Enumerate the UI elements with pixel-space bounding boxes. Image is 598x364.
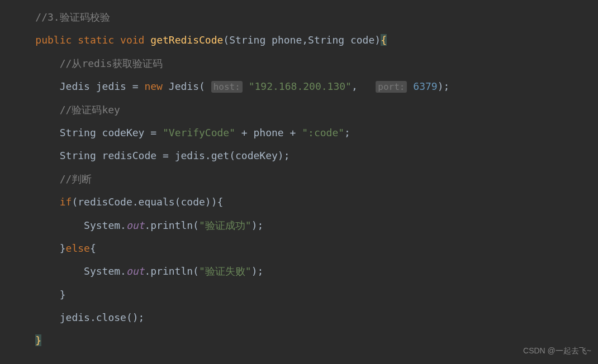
code-line: System.out.println("验证成功"); bbox=[0, 214, 598, 237]
sys: System. bbox=[84, 219, 126, 231]
code-line: String redisCode = jedis.get(codeKey); bbox=[0, 144, 598, 167]
string: "验证成功" bbox=[199, 219, 251, 231]
param-hint: port: bbox=[376, 81, 407, 93]
keyword: new bbox=[144, 80, 163, 92]
type: String bbox=[60, 127, 96, 138]
keyword: if bbox=[60, 196, 72, 208]
comment: //3.验证码校验 bbox=[35, 11, 110, 23]
code-line: } bbox=[0, 329, 598, 352]
ctor: Jedis bbox=[169, 80, 199, 92]
var: jedis bbox=[96, 80, 126, 92]
param-hint: host: bbox=[211, 81, 243, 93]
code-line: jedis.close(); bbox=[0, 306, 598, 329]
code-editor[interactable]: //3.验证码校验 public static void getRedisCod… bbox=[0, 6, 598, 352]
var: phone bbox=[254, 127, 284, 138]
string: ":code" bbox=[302, 127, 344, 138]
code-line: String codeKey = "VerifyCode" + phone + … bbox=[0, 121, 598, 144]
method-name: getRedisCode bbox=[150, 34, 223, 46]
code-line: System.out.println("验证失败"); bbox=[0, 260, 598, 282]
string: "192.168.200.130" bbox=[249, 80, 352, 92]
comment: //验证码key bbox=[60, 104, 120, 116]
stmt: jedis.close(); bbox=[60, 312, 145, 323]
var: redisCode bbox=[102, 150, 157, 161]
code-line: //从redis获取验证码 bbox=[0, 52, 598, 75]
brace: } bbox=[60, 289, 66, 300]
static-field: out bbox=[126, 219, 145, 231]
sys: System. bbox=[84, 265, 126, 277]
params: (String phone,String code) bbox=[223, 34, 381, 46]
watermark: CSDN @一起去飞~ bbox=[523, 342, 591, 360]
string: "验证失败" bbox=[199, 265, 251, 277]
brace-open: { bbox=[381, 34, 387, 46]
cond: (redisCode.equals(code)){ bbox=[72, 196, 223, 208]
static-field: out bbox=[126, 265, 145, 277]
expr: jedis.get(codeKey); bbox=[175, 150, 290, 161]
code-line: if(redisCode.equals(code)){ bbox=[0, 190, 598, 213]
keyword: void bbox=[120, 34, 144, 46]
type: Jedis bbox=[60, 80, 90, 92]
code-line: } bbox=[0, 283, 598, 306]
keyword: public bbox=[35, 34, 72, 46]
code-line: //3.验证码校验 bbox=[0, 6, 598, 28]
code-line: Jedis jedis = new Jedis( host: "192.168.… bbox=[0, 75, 598, 98]
code-line: }else{ bbox=[0, 237, 598, 260]
string: "VerifyCode" bbox=[163, 127, 235, 138]
comment: //从redis获取验证码 bbox=[60, 58, 163, 69]
keyword: else bbox=[66, 242, 90, 254]
code-line: //验证码key bbox=[0, 98, 598, 121]
keyword: static bbox=[78, 34, 114, 46]
type: String bbox=[60, 150, 96, 161]
code-line: public static void getRedisCode(String p… bbox=[0, 28, 598, 51]
comment: //判断 bbox=[60, 173, 92, 185]
code-line: //判断 bbox=[0, 167, 598, 190]
var: codeKey bbox=[102, 127, 145, 138]
number: 6379 bbox=[413, 80, 437, 92]
brace-close: } bbox=[35, 334, 41, 346]
